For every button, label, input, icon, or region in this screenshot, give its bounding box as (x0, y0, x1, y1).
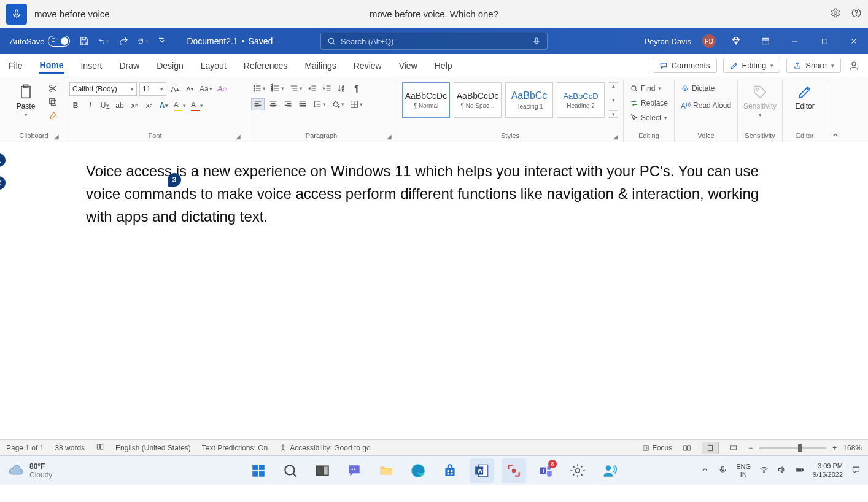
align-right-button[interactable] (282, 98, 294, 110)
increase-font-button[interactable]: A▴ (169, 83, 181, 95)
tab-view[interactable]: View (398, 57, 419, 74)
paste-button[interactable]: Paste ▾ (9, 82, 43, 118)
style-normal[interactable]: AaBbCcDc¶ Normal (402, 82, 450, 118)
voice-access-taskbar-button[interactable] (597, 458, 622, 483)
tray-battery[interactable] (795, 465, 804, 476)
dialog-launcher[interactable]: ◢ (236, 133, 241, 140)
tab-home[interactable]: Home (39, 56, 65, 74)
tray-overflow-button[interactable] (700, 465, 710, 476)
text-effects-button[interactable]: A▾ (158, 99, 170, 112)
tab-insert[interactable]: Insert (79, 57, 103, 74)
font-color-button[interactable]: A▾ (190, 99, 204, 112)
user-name[interactable]: Peyton Davis (644, 37, 691, 46)
document-paragraph[interactable]: Voice access is a new experience on Wind… (86, 160, 782, 228)
zoom-in-button[interactable]: + (832, 444, 837, 452)
voice-settings-button[interactable] (830, 7, 841, 20)
save-button[interactable] (79, 36, 90, 47)
toggle-switch[interactable]: On (48, 36, 70, 47)
status-page[interactable]: Page 1 of 1 (6, 444, 44, 452)
copy-button[interactable] (47, 96, 59, 108)
increase-indent-button[interactable] (321, 82, 333, 95)
font-size-combo[interactable]: 11▾ (139, 82, 166, 96)
dialog-launcher[interactable]: ◢ (613, 133, 618, 140)
align-left-button[interactable] (251, 98, 265, 110)
cut-button[interactable] (47, 82, 59, 95)
web-layout-button[interactable] (725, 442, 742, 454)
tab-layout[interactable]: Layout (200, 57, 228, 74)
task-view-button[interactable] (310, 458, 335, 483)
window-layout-button[interactable] (756, 32, 775, 50)
style-heading-2[interactable]: AaBbCcDHeading 2 (557, 82, 605, 118)
edge-button[interactable] (406, 458, 430, 483)
read-aloud-button[interactable]: A)))Read Aloud (680, 99, 732, 112)
voice-help-button[interactable] (851, 7, 862, 20)
file-explorer-button[interactable] (374, 458, 398, 483)
teams-button[interactable]: T8 (533, 458, 558, 483)
editor-button[interactable]: Editor (788, 82, 822, 110)
font-name-combo[interactable]: Calibri (Body)▾ (69, 82, 137, 96)
status-accessibility[interactable]: Accessibility: Good to go (279, 444, 370, 452)
microphone-icon[interactable] (532, 37, 541, 45)
chat-button[interactable] (342, 458, 366, 483)
bullets-button[interactable]: ▾ (251, 82, 267, 95)
multilevel-list-button[interactable]: ▾ (288, 82, 304, 95)
shading-button[interactable]: ▾ (330, 98, 346, 110)
clear-formatting-button[interactable]: A◇ (216, 83, 228, 95)
search-button[interactable] (278, 458, 303, 483)
status-predictions[interactable]: Text Predictions: On (202, 444, 268, 452)
decrease-indent-button[interactable] (306, 82, 319, 95)
snipping-tool-button[interactable] (502, 458, 526, 483)
document-title[interactable]: Document2.1 • Saved ⌄ (187, 36, 282, 46)
sort-button[interactable]: AZ (336, 82, 348, 95)
subscript-button[interactable]: x2 (128, 99, 141, 112)
tray-wifi[interactable] (759, 465, 769, 476)
status-spellcheck[interactable] (96, 442, 104, 453)
focus-mode-button[interactable]: Focus (641, 444, 673, 452)
strikethrough-button[interactable]: ab (114, 99, 126, 112)
undo-button[interactable]: ▾ (98, 36, 109, 47)
dialog-launcher[interactable]: ◢ (54, 133, 59, 140)
word-button[interactable]: W (470, 458, 494, 483)
share-button[interactable]: Share▾ (786, 58, 841, 73)
underline-button[interactable]: U▾ (99, 99, 111, 112)
close-button[interactable] (845, 32, 863, 50)
print-layout-button[interactable] (702, 442, 719, 454)
document-area[interactable]: 1 2 3 Voice access is a new experience o… (0, 142, 868, 439)
numbering-button[interactable]: 123▾ (269, 82, 285, 95)
status-words[interactable]: 38 words (55, 444, 85, 452)
tray-mic-button[interactable] (718, 465, 727, 476)
search-box[interactable]: Search (Alt+Q) (320, 33, 548, 50)
tab-design[interactable]: Design (155, 57, 185, 74)
italic-button[interactable]: I (84, 99, 96, 112)
select-button[interactable]: Select▾ (629, 112, 668, 124)
minimize-button[interactable] (786, 32, 804, 50)
editing-mode-button[interactable]: Editing▾ (723, 58, 781, 73)
disambiguation-badge-2[interactable]: 2 (0, 176, 6, 190)
weather-widget[interactable]: 80°F Cloudy (7, 462, 52, 479)
premium-button[interactable] (727, 32, 745, 50)
highlight-button[interactable]: A▾ (172, 99, 187, 112)
show-marks-button[interactable]: ¶ (351, 82, 363, 95)
settings-button[interactable] (565, 458, 590, 483)
tab-draw[interactable]: Draw (118, 57, 141, 74)
store-button[interactable] (438, 458, 462, 483)
find-button[interactable]: Find▾ (629, 82, 662, 95)
presence-button[interactable] (847, 59, 861, 72)
tab-mailings[interactable]: Mailings (303, 57, 337, 74)
status-language[interactable]: English (United States) (115, 444, 191, 452)
line-spacing-button[interactable]: ▾ (311, 98, 327, 110)
user-avatar[interactable]: PD (702, 34, 716, 48)
expand-icon[interactable]: ▾ (609, 110, 618, 117)
decrease-font-button[interactable]: A▾ (184, 83, 196, 95)
comments-button[interactable]: Comments (653, 58, 717, 73)
zoom-out-button[interactable]: − (748, 444, 753, 452)
disambiguation-badge-1[interactable]: 1 (0, 153, 6, 167)
dialog-launcher[interactable]: ◢ (387, 133, 392, 140)
style-no-spacing[interactable]: AaBbCcDc¶ No Spac... (454, 82, 502, 118)
maximize-button[interactable] (815, 32, 834, 50)
zoom-level[interactable]: 168% (843, 444, 862, 452)
qat-customize-button[interactable] (157, 36, 168, 47)
bold-button[interactable]: B (69, 99, 82, 112)
voice-mic-button[interactable] (6, 4, 27, 25)
dictate-button[interactable]: Dictate (680, 82, 716, 95)
